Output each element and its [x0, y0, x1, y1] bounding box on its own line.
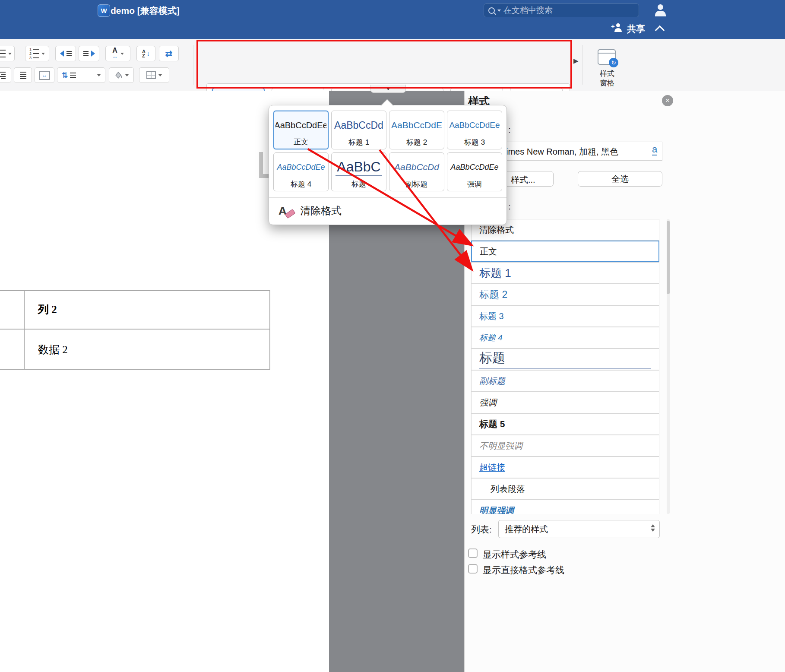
search-placeholder: 在文档中搜索	[503, 5, 553, 16]
style-list-item-subtitle[interactable]: 副标题	[471, 370, 659, 392]
show-direct-formatting-guides-label: 显示直接格式参考线	[483, 564, 564, 576]
style-list-item-body[interactable]: 正文	[471, 241, 659, 262]
dropdown-style-heading1[interactable]: AaBbCcDd 标题 1	[331, 111, 386, 149]
table-border	[0, 290, 270, 291]
gallery-expand-tab[interactable]	[370, 85, 406, 93]
apply-style-label-fragment: :	[508, 201, 511, 212]
style-list-item-heading1[interactable]: 标题 1	[471, 262, 659, 284]
ribbon-divider	[582, 45, 582, 85]
character-scaling-button[interactable]: A ↔	[105, 46, 130, 61]
bullet-list-button[interactable]	[0, 46, 15, 61]
show-style-guides-label: 显示样式参考线	[483, 548, 546, 561]
distribute-icon: ↔	[39, 71, 50, 80]
style-list-item-list-paragraph[interactable]: 列表段落	[471, 478, 659, 500]
clear-formatting-item[interactable]: A 清除格式	[279, 201, 342, 220]
style-list-item-hyperlink[interactable]: 超链接	[471, 456, 659, 478]
style-list-item-emphasis[interactable]: 强调	[471, 392, 659, 413]
line-spacing-icon: ⇅	[62, 71, 76, 80]
justify-icon	[20, 72, 26, 79]
titlebar: W demo [兼容模式] 在文档中搜索 + 共享	[0, 0, 785, 39]
word-app-icon: W	[98, 4, 110, 17]
list-filter-label: 列表:	[471, 523, 492, 536]
paragraph-direction-button[interactable]: ⇄	[159, 46, 179, 61]
style-list-item-heading4[interactable]: 标题 4	[471, 327, 659, 349]
current-style-label-fragment: :	[508, 124, 511, 135]
style-list-item-subtle-emphasis[interactable]: 不明显强调	[471, 435, 659, 456]
borders-grid-icon	[146, 71, 156, 79]
align-right-button[interactable]	[0, 67, 11, 83]
show-style-guides-checkbox[interactable]	[468, 548, 478, 558]
borders-button[interactable]	[139, 67, 169, 83]
style-list: 清除格式 正文 标题 1 标题 2 标题 3 标题 4 标题 副标题 强调 标题…	[471, 219, 659, 514]
styles-pane: 样式 × : imes New Roman, 加粗, 黑色 a 样式... 全选…	[464, 91, 785, 672]
distribute-button[interactable]: ↔	[35, 67, 54, 83]
increase-indent-button[interactable]	[79, 46, 99, 61]
style-preview-letter[interactable]: a	[652, 144, 657, 155]
dropdown-style-heading3[interactable]: AaBbCcDdEe 标题 3	[447, 111, 502, 149]
gallery-more-icon[interactable]: ▶	[573, 57, 579, 65]
align-right-icon	[0, 72, 6, 79]
shading-button[interactable]	[109, 67, 134, 83]
line-spacing-button[interactable]: ⇅	[57, 67, 105, 83]
ribbon: 1 2 3 A ↔ AZ ↓	[0, 39, 785, 91]
bullet-list-icon	[0, 49, 6, 58]
style-list-item-title[interactable]: 标题	[471, 349, 659, 370]
table-data-cell[interactable]: 数据 2	[38, 342, 68, 357]
style-pane-button-label[interactable]: 样式 窗格	[590, 69, 624, 88]
sort-az-icon: AZ ↓	[142, 49, 150, 58]
direction-icon: ⇄	[165, 48, 173, 59]
search-input[interactable]: 在文档中搜索	[484, 3, 639, 17]
show-direct-formatting-guides-checkbox[interactable]	[468, 564, 478, 574]
dropdown-style-body[interactable]: AaBbCcDdEe 正文	[273, 111, 329, 149]
dropdown-style-heading2[interactable]: AaBbCcDdE 标题 2	[389, 111, 444, 149]
style-list-item-heading5[interactable]: 标题 5	[471, 413, 659, 435]
expand-gallery-icon	[386, 87, 391, 90]
dropdown-separator	[269, 197, 506, 198]
table-border	[0, 329, 270, 330]
style-list-item-heading3[interactable]: 标题 3	[471, 305, 659, 327]
justify-button[interactable]	[14, 67, 32, 83]
character-scaling-icon: A ↔	[112, 48, 118, 60]
share-person-icon: +	[611, 22, 624, 35]
search-scope-chevron-icon	[497, 10, 501, 12]
paint-bucket-icon	[114, 71, 123, 79]
style-list-item-heading2[interactable]: 标题 2	[471, 284, 659, 305]
table-header-cell[interactable]: 列 2	[38, 302, 57, 317]
ribbon-divider	[193, 45, 193, 85]
numbered-list-button[interactable]: 1 2 3	[25, 46, 49, 61]
dropdown-style-subtitle[interactable]: AaBbCcDd 副标题	[389, 152, 444, 191]
sort-button[interactable]: AZ ↓	[136, 46, 155, 61]
select-all-button[interactable]: 全选	[578, 171, 662, 187]
current-style-description: imes New Roman, 加粗, 黑色	[506, 146, 618, 158]
style-list-item-intense-emphasis[interactable]: 明显强调	[471, 500, 659, 514]
outdent-icon	[60, 51, 64, 57]
collapse-ribbon-icon[interactable]	[655, 25, 665, 35]
indent-icon	[91, 51, 95, 57]
word-window: W demo [兼容模式] 在文档中搜索 + 共享	[0, 0, 785, 672]
decrease-indent-button[interactable]	[55, 46, 76, 61]
search-icon	[488, 7, 495, 14]
table-border	[269, 290, 270, 370]
table-border	[0, 369, 270, 370]
dropdown-style-heading4[interactable]: AaBbCcDdEe 标题 4	[273, 152, 329, 191]
style-pane-icon: ↻	[598, 49, 616, 65]
list-filter-select[interactable]: 推荐的样式	[498, 520, 660, 538]
stepper-icon	[651, 524, 655, 532]
style-pane-button[interactable]: ↻	[598, 49, 616, 65]
document-title: demo [兼容模式]	[111, 5, 180, 17]
table-border	[24, 290, 25, 370]
numbered-list-icon: 1 2 3	[29, 48, 39, 59]
style-list-scrollbar[interactable]	[667, 219, 670, 514]
dropdown-style-emphasis[interactable]: AaBbCcDdEe 强调	[447, 152, 502, 191]
eraser-icon: A	[279, 204, 293, 218]
style-gallery-dropdown: AaBbCcDdEe 正文 AaBbCcDd 标题 1 AaBbCcDdE 标题…	[269, 105, 507, 225]
share-button[interactable]: 共享	[627, 23, 645, 35]
contacts-icon[interactable]	[652, 3, 669, 20]
dropdown-style-title[interactable]: AaBbC 标题	[331, 152, 386, 191]
close-pane-icon[interactable]: ×	[662, 95, 673, 106]
